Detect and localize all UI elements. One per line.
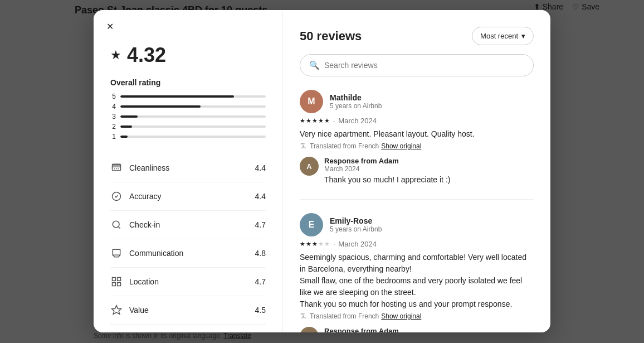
star-filled: ★ [324,117,330,124]
category-name: Communication [129,249,183,258]
host-avatar: A [300,327,319,332]
review-text: Seemingly spacious, charming and comfort… [300,252,534,310]
cleanliness-icon [110,162,123,174]
bar-label: 3 [110,113,116,120]
show-original-link[interactable]: Show original [381,142,421,150]
modal-right-panel: 50 reviews Most recent ▾ 🔍 M Mathilde 5 … [283,10,550,332]
category-score: 4.4 [255,192,266,201]
bar-track [120,105,266,108]
modal-left-panel: ★ 4.32 Overall rating 5 4 3 2 1 Cl [94,10,283,332]
category-check-in: Check-in 4.7 [110,211,266,239]
rating-bars: 5 4 3 2 1 [110,93,266,141]
show-original-link[interactable]: Show original [381,312,421,320]
dot-separator: · [333,117,335,125]
modal-close-button[interactable]: ✕ [101,18,118,35]
svg-rect-5 [118,283,121,286]
star-filled: ★ [300,240,305,248]
rating-bar-row: 4 [110,103,266,110]
review-rating-date: ★★★★★ · March 2024 [300,240,534,248]
svg-point-1 [113,221,119,228]
host-response: A Response from Adam March 2024 [300,327,534,332]
category-value: Value 4.5 [110,296,266,325]
translated-from: Translated from French [310,312,379,320]
bar-label: 4 [110,103,116,110]
category-score: 4.8 [255,249,266,258]
reviews-count: 50 reviews [300,29,362,44]
star-filled: ★ [312,117,318,124]
response-content: Response from Adam March 2024 Thank you … [324,157,534,186]
star-icon: ★ [110,48,121,62]
bar-label: 5 [110,93,116,100]
category-score: 4.5 [255,306,266,315]
svg-marker-6 [112,306,121,315]
bar-track [120,136,266,138]
svg-rect-2 [113,278,116,281]
star-empty: ★ [324,240,330,248]
translated-from: Translated from French [310,142,379,150]
response-content: Response from Adam March 2024 [324,327,534,332]
svg-rect-4 [113,283,116,286]
bar-fill [120,95,234,98]
bar-fill [120,125,132,128]
search-input[interactable] [324,61,524,70]
category-communication: Communication 4.8 [110,239,266,268]
star-filled: ★ [318,117,324,124]
rating-bar-row: 1 [110,133,266,141]
reviewer-avatar: M [300,90,323,113]
response-text: Thank you so much! I appreciate it :) [324,174,534,186]
category-left: Location [110,276,159,288]
reviewer-avatar: E [300,213,323,236]
reviewer-name: Mathilde [330,93,382,102]
svg-rect-3 [118,278,121,281]
translated-note: Translated from French Show original [300,142,534,150]
category-name: Cleanliness [129,163,169,172]
review-entry: E Emily-Rose 5 years on Airbnb ★★★★★ · M… [300,213,534,332]
reviewer-name: Emily-Rose [330,216,382,225]
review-date: March 2024 [338,117,377,125]
bar-label: 2 [110,123,116,131]
category-location: Location 4.7 [110,268,266,296]
overall-rating: 4.32 [127,44,166,67]
reviewer-meta: 5 years on Airbnb [330,225,382,233]
rating-categories: Cleanliness 4.4 Accuracy 4.4 Check-in 4.… [110,154,266,325]
bar-fill [120,115,138,118]
reviewer-header: M Mathilde 5 years on Airbnb [300,90,534,113]
sort-button[interactable]: Most recent ▾ [472,27,534,45]
bar-label: 1 [110,133,116,141]
reviews-header: 50 reviews Most recent ▾ [300,27,534,45]
category-name: Check-in [129,220,160,229]
search-bar: 🔍 [300,54,534,76]
response-from: Response from Adam [324,157,534,165]
star-filled: ★ [306,240,311,248]
category-left: Communication [110,247,183,259]
rating-bar-row: 3 [110,113,266,120]
category-score: 4.7 [255,277,266,286]
star-empty: ★ [318,240,324,248]
review-date: March 2024 [338,240,377,248]
search-icon: 🔍 [309,60,320,70]
value-icon [110,304,123,316]
star-filled: ★ [312,240,318,248]
bar-fill [120,105,201,108]
star-filled: ★ [306,117,311,124]
category-accuracy: Accuracy 4.4 [110,182,266,211]
reviewer-header: E Emily-Rose 5 years on Airbnb [300,213,534,236]
host-avatar: A [300,157,319,176]
dot-separator: · [333,240,335,248]
rating-header: ★ 4.32 [110,44,266,67]
location-icon [110,276,123,288]
star-filled: ★ [300,117,305,124]
response-from: Response from Adam [324,327,534,332]
reviews-list: M Mathilde 5 years on Airbnb ★★★★★ · Mar… [300,90,534,332]
translated-note: Translated from French Show original [300,312,534,320]
host-response: A Response from Adam March 2024 Thank yo… [300,157,534,186]
review-text: Very nice apartment. Pleasant layout. Qu… [300,128,534,140]
stars-display: ★★★★★ [300,117,330,124]
category-left: Cleanliness [110,162,169,174]
category-name: Accuracy [129,192,162,201]
category-name: Value [129,306,149,315]
bar-track [120,125,266,128]
bar-fill [120,136,128,138]
reviewer-info: Mathilde 5 years on Airbnb [330,93,382,110]
response-date: March 2024 [324,165,534,173]
